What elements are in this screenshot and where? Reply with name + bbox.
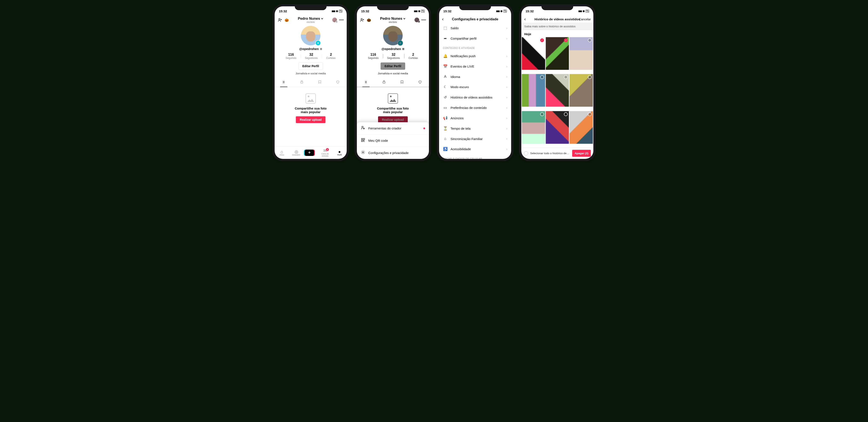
add-friend-icon[interactable] xyxy=(278,18,282,22)
profile-avatar[interactable]: + xyxy=(301,26,320,45)
setting-ads[interactable]: 📢Anúncios› xyxy=(439,113,511,123)
back-icon[interactable]: ‹ xyxy=(442,17,443,22)
select-check-icon[interactable] xyxy=(564,38,568,42)
section-cache: CACHE E DADOS DE CELULAR xyxy=(439,154,511,159)
svg-rect-5 xyxy=(362,138,363,140)
nav-profile[interactable]: ● Perfil xyxy=(334,150,345,156)
select-check-icon[interactable] xyxy=(540,38,544,42)
svg-rect-7 xyxy=(362,140,363,142)
notch xyxy=(459,4,491,10)
content-tabs: ⫼ xyxy=(275,78,347,87)
setting-family[interactable]: ⌂Sincronização Familiar› xyxy=(439,134,511,144)
setting-language[interactable]: AIdioma› xyxy=(439,72,511,82)
person-star-icon xyxy=(361,126,365,131)
setting-content-pref[interactable]: ▭Preferências de conteúdo› xyxy=(439,102,511,113)
event-icon[interactable]: 🎃 xyxy=(284,18,289,22)
video-thumb[interactable] xyxy=(522,74,545,107)
qr-icon[interactable]: ⊞ xyxy=(320,47,322,51)
tab-saved[interactable] xyxy=(311,78,329,87)
video-thumb[interactable] xyxy=(546,37,569,70)
setting-history[interactable]: ↺Histórico de vídeos assistidos› xyxy=(439,92,511,102)
upload-button[interactable]: Realizar upload xyxy=(296,116,325,123)
stat-likes: 2Curtidas xyxy=(404,53,422,60)
stat-following[interactable]: 116 Seguindo xyxy=(281,53,301,60)
event-icon[interactable]: 🎃 xyxy=(367,18,371,22)
sheet-creator-tools[interactable]: Ferramentas do criador xyxy=(357,122,429,134)
cancel-button[interactable]: Cancelar xyxy=(579,18,591,21)
info-banner[interactable]: Saiba mais sobre o histórico de assistid… xyxy=(521,23,593,30)
chevron-down-icon xyxy=(321,18,323,20)
add-friend-icon[interactable] xyxy=(360,18,365,22)
chevron-right-icon: › xyxy=(506,65,507,68)
battery-icon: 71 xyxy=(586,10,589,12)
setting-dark-mode[interactable]: ☾Modo escuro› xyxy=(439,82,511,92)
tab-liked[interactable] xyxy=(329,78,347,87)
chevron-right-icon: › xyxy=(506,37,507,40)
bio-text: Jornalista e social media xyxy=(275,72,347,75)
setting-screen-time[interactable]: ⏳Tempo de tela› xyxy=(439,123,511,134)
account-switcher-avatar[interactable] xyxy=(332,18,337,22)
nav-create[interactable]: + xyxy=(305,150,317,156)
setting-balance[interactable]: ⬚Saldo› xyxy=(439,23,511,33)
nav-inbox[interactable]: 3 ✉ Caixa de entrada xyxy=(319,149,331,157)
wifi-icon xyxy=(418,9,420,12)
setting-live[interactable]: 📅Eventos de LIVE› xyxy=(439,61,511,72)
share-icon: ➦ xyxy=(443,36,447,41)
sheet-settings[interactable]: Configurações e privacidade xyxy=(357,147,429,159)
wifi-icon xyxy=(583,9,585,12)
delete-button[interactable]: Apagar (2) xyxy=(572,150,591,157)
gear-icon xyxy=(361,150,365,156)
menu-icon[interactable] xyxy=(339,18,344,22)
video-thumb[interactable] xyxy=(546,74,569,107)
select-circle-icon[interactable] xyxy=(564,112,568,116)
menu-icon[interactable] xyxy=(421,18,426,22)
video-thumb[interactable] xyxy=(546,111,569,144)
back-icon[interactable]: ‹ xyxy=(524,17,526,22)
select-all-checkbox[interactable] xyxy=(524,151,528,156)
select-circle-icon[interactable] xyxy=(588,38,592,42)
video-thumb[interactable] xyxy=(569,111,593,144)
username[interactable]: @opedrohen ⊞ xyxy=(275,47,347,51)
setting-accessibility[interactable]: ♿Acessibilidade› xyxy=(439,144,511,154)
sheet-label: Ferramentas do criador xyxy=(368,127,401,130)
tab-grid[interactable]: ⫼ xyxy=(275,78,293,87)
tab-private[interactable] xyxy=(293,78,311,87)
chevron-right-icon: › xyxy=(506,137,507,141)
settings-header: ‹ Configurações e privacidade xyxy=(439,16,511,23)
add-story-icon[interactable]: + xyxy=(315,40,321,46)
sheet-label: Meu QR code xyxy=(368,139,388,142)
video-thumb[interactable] xyxy=(522,111,545,144)
select-circle-icon[interactable] xyxy=(588,112,592,116)
signal-icon xyxy=(578,9,582,12)
chevron-right-icon: › xyxy=(506,54,507,58)
setting-push[interactable]: 🔔Notificações push› xyxy=(439,51,511,61)
account-switcher-avatar[interactable] xyxy=(414,18,419,22)
accessibility-icon: ♿ xyxy=(443,147,447,151)
notch xyxy=(377,4,409,10)
profile-name-dropdown[interactable]: Pedro Nunes xyxy=(380,17,406,21)
video-thumb[interactable] xyxy=(522,37,545,70)
select-circle-icon[interactable] xyxy=(540,112,544,116)
sheet-qr-code[interactable]: Meu QR code xyxy=(357,134,429,147)
select-all-label[interactable]: Selecionar todo o histórico de assis... xyxy=(530,152,570,155)
profile-name-dropdown[interactable]: Pedro Nunes xyxy=(298,17,323,21)
video-thumb[interactable] xyxy=(569,74,593,107)
battery-icon: 71 xyxy=(503,10,507,12)
history-header: ‹ Histórico de vídeos assistidos Cancela… xyxy=(521,16,593,23)
stat-followers: 32Seguidores xyxy=(383,53,404,60)
stat-likes[interactable]: 2 Curtidas xyxy=(322,53,340,60)
select-circle-icon[interactable] xyxy=(540,75,544,79)
battery-icon: 71 xyxy=(421,10,425,12)
moon-icon: ☾ xyxy=(443,85,447,89)
video-thumb[interactable] xyxy=(569,37,593,70)
nav-home[interactable]: ⌂ Início xyxy=(276,150,288,156)
nav-discover[interactable]: ◎ Descobrir xyxy=(290,150,302,156)
setting-share[interactable]: ➦Compartilhar perfil› xyxy=(439,33,511,44)
phone-history: 15:32 71 ‹ Histórico de vídeos assistido… xyxy=(519,4,595,161)
stat-followers[interactable]: 32 Seguidores xyxy=(301,53,322,60)
page-title: Histórico de vídeos assistidos xyxy=(534,18,580,21)
bottom-nav: ⌂ Início ◎ Descobrir + 3 ✉ Caixa de entr… xyxy=(275,146,347,159)
inbox-badge: 3 xyxy=(326,148,329,151)
edit-profile-button[interactable]: Editar Perfil xyxy=(299,63,323,70)
history-icon: ↺ xyxy=(443,95,447,100)
